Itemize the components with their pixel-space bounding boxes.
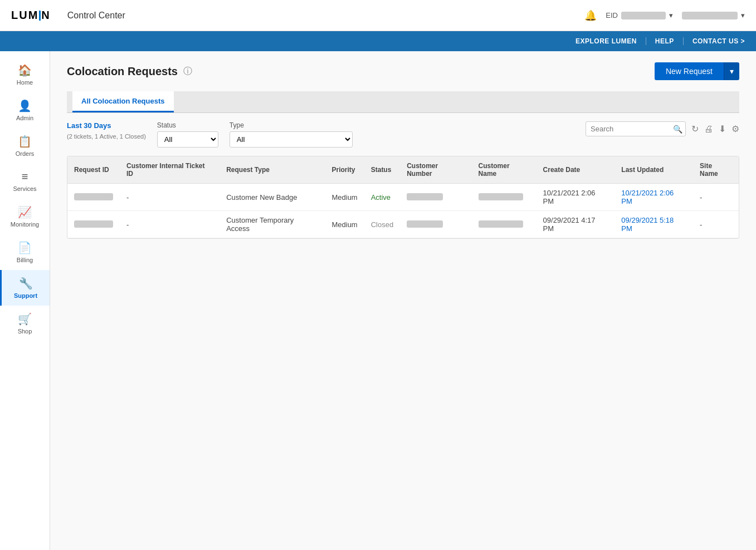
billing-icon: 📄: [18, 241, 32, 254]
cell-last-updated[interactable]: 10/21/2021 2:06 PM: [614, 184, 693, 211]
status-filter-group: Status All Active Closed: [157, 121, 218, 148]
type-filter-select[interactable]: All Customer New Badge Customer Temporar…: [230, 131, 353, 148]
new-request-button[interactable]: New Request: [655, 62, 724, 80]
monitoring-icon: 📈: [18, 205, 32, 219]
cell-cit-id: -: [120, 211, 220, 238]
user-chevron[interactable]: ▾: [741, 11, 745, 19]
sidebar-item-support[interactable]: 🔧 Support: [0, 270, 50, 306]
print-icon[interactable]: 🖨: [704, 124, 713, 134]
sidebar-label-monitoring: Monitoring: [11, 221, 39, 228]
app-title: Control Center: [67, 11, 125, 21]
sidebar-label-support: Support: [14, 292, 37, 299]
main-content: Colocation Requests ⓘ New Request ▾ All …: [50, 51, 756, 550]
bell-icon[interactable]: 🔔: [584, 9, 597, 22]
eid-section[interactable]: EID ▾: [606, 11, 673, 19]
settings-icon[interactable]: ⚙: [731, 124, 739, 134]
services-icon: ≡: [22, 170, 28, 183]
table-row: XXXXXXX-Customer Temporary AccessMediumC…: [67, 211, 739, 238]
table-row: XXXXXXX-Customer New BadgeMediumActiveXX…: [67, 184, 739, 211]
cell-request-id[interactable]: XXXXXXX: [67, 184, 120, 211]
col-last-updated: Last Updated: [614, 156, 693, 184]
col-create-date: Create Date: [536, 156, 615, 184]
top-nav-right: 🔔 EID ▾ ▾: [584, 9, 745, 22]
cell-customer-name: XXXXXXXXX: [472, 211, 536, 238]
eid-value: [621, 12, 666, 19]
orders-icon: 📋: [18, 135, 32, 148]
cell-cit-id: -: [120, 184, 220, 211]
search-input-wrap: 🔍: [586, 121, 686, 136]
sidebar-label-home: Home: [17, 79, 33, 86]
cell-priority: Medium: [325, 211, 364, 238]
new-request-dropdown-button[interactable]: ▾: [724, 62, 739, 80]
sidebar-item-monitoring[interactable]: 📈 Monitoring: [0, 199, 50, 234]
date-filter-sublabel: (2 tickets, 1 Active, 1 Closed): [67, 133, 146, 140]
sidebar-label-admin: Admin: [16, 115, 33, 121]
admin-icon: 👤: [18, 99, 32, 112]
top-nav: LUMN Control Center 🔔 EID ▾ ▾: [0, 0, 756, 31]
tab-bar: All Colocation Requests: [67, 91, 739, 113]
sidebar: 🏠 Home 👤 Admin 📋 Orders ≡ Services 📈 Mon…: [0, 51, 50, 550]
explore-lumen-link[interactable]: EXPLORE LUMEN: [567, 37, 646, 45]
filter-row: Last 30 Days (2 tickets, 1 Active, 1 Clo…: [67, 121, 739, 148]
cell-status: Closed: [364, 211, 400, 238]
cell-last-updated[interactable]: 09/29/2021 5:18 PM: [614, 211, 693, 238]
user-name: [682, 12, 738, 19]
help-icon[interactable]: ⓘ: [183, 66, 192, 77]
col-status: Status: [364, 156, 400, 184]
refresh-icon[interactable]: ↻: [691, 124, 699, 134]
col-request-type: Request Type: [220, 156, 325, 184]
cell-create-date: 10/21/2021 2:06 PM: [536, 184, 615, 211]
cell-site-name: -: [693, 211, 739, 238]
cell-request-id[interactable]: XXXXXXX: [67, 211, 120, 238]
sidebar-item-billing[interactable]: 📄 Billing: [0, 234, 50, 270]
cell-create-date: 09/29/2021 4:17 PM: [536, 211, 615, 238]
contact-us-link[interactable]: CONTACT US >: [684, 37, 745, 45]
eid-chevron[interactable]: ▾: [669, 11, 673, 19]
col-customer-name: Customer Name: [472, 156, 536, 184]
sidebar-item-home[interactable]: 🏠 Home: [0, 57, 50, 92]
col-customer-number: Customer Number: [400, 156, 471, 184]
logo: LUMN: [11, 9, 51, 22]
status-filter-label: Status: [157, 121, 218, 129]
col-site-name: Site Name: [693, 156, 739, 184]
action-icons: ↻ 🖨 ⬇ ⚙: [691, 124, 739, 134]
cell-customer-number: XXXXXXX: [400, 184, 471, 211]
date-filter-group: Last 30 Days (2 tickets, 1 Active, 1 Clo…: [67, 121, 146, 140]
new-request-wrapper: New Request ▾: [655, 62, 739, 80]
support-icon: 🔧: [19, 277, 33, 290]
cell-customer-number: XXXXXXX: [400, 211, 471, 238]
search-button[interactable]: 🔍: [673, 125, 682, 134]
cell-status: Active: [364, 184, 400, 211]
requests-table: Request ID Customer Internal Ticket ID R…: [67, 156, 739, 238]
cell-customer-name: XXXXXXXXX: [472, 184, 536, 211]
sidebar-item-admin[interactable]: 👤 Admin: [0, 92, 50, 128]
sidebar-item-orders[interactable]: 📋 Orders: [0, 128, 50, 164]
sidebar-item-services[interactable]: ≡ Services: [0, 164, 50, 199]
type-filter-label: Type: [230, 121, 353, 129]
download-icon[interactable]: ⬇: [719, 124, 726, 134]
shop-icon: 🛒: [18, 312, 32, 326]
cell-request-type: Customer New Badge: [220, 184, 325, 211]
search-input[interactable]: [586, 121, 686, 136]
cell-priority: Medium: [325, 184, 364, 211]
date-filter-label[interactable]: Last 30 Days: [67, 121, 146, 130]
status-filter-select[interactable]: All Active Closed: [157, 131, 218, 148]
cell-request-type: Customer Temporary Access: [220, 211, 325, 238]
sidebar-label-billing: Billing: [17, 257, 33, 263]
user-section[interactable]: ▾: [682, 11, 745, 19]
sidebar-item-shop[interactable]: 🛒 Shop: [0, 306, 50, 341]
col-customer-internal-ticket-id: Customer Internal Ticket ID: [120, 156, 220, 184]
layout: 🏠 Home 👤 Admin 📋 Orders ≡ Services 📈 Mon…: [0, 51, 756, 550]
page-title: Colocation Requests: [67, 65, 178, 78]
home-icon: 🏠: [18, 63, 32, 77]
blue-banner: EXPLORE LUMEN HELP CONTACT US >: [0, 31, 756, 51]
search-section: 🔍 ↻ 🖨 ⬇ ⚙: [586, 121, 739, 136]
page-header: Colocation Requests ⓘ New Request ▾: [67, 62, 739, 80]
table-header-row: Request ID Customer Internal Ticket ID R…: [67, 156, 739, 184]
sidebar-label-orders: Orders: [16, 150, 35, 157]
tab-all-colocation-requests[interactable]: All Colocation Requests: [72, 91, 174, 112]
sidebar-label-shop: Shop: [18, 328, 32, 335]
type-filter-group: Type All Customer New Badge Customer Tem…: [230, 121, 353, 148]
help-link[interactable]: HELP: [646, 37, 684, 45]
col-request-id: Request ID: [67, 156, 120, 184]
